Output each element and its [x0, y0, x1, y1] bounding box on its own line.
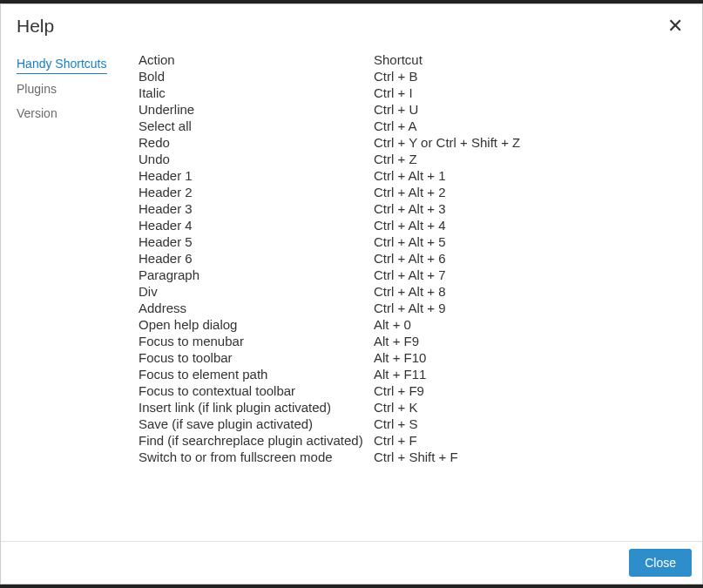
cell-shortcut: Ctrl + U [374, 101, 522, 118]
table-row: Find (if searchreplace plugin activated)… [139, 432, 522, 449]
cell-action: Select all [139, 118, 374, 134]
table-row: Header 5Ctrl + Alt + 5 [139, 233, 522, 250]
bottom-border [0, 585, 703, 588]
tab-handy-shortcuts[interactable]: Handy Shortcuts [17, 51, 107, 74]
dialog-body: Handy Shortcuts Plugins Version Action S… [1, 46, 702, 541]
table-row: Focus to element pathAlt + F11 [139, 366, 522, 382]
shortcuts-table: Action Shortcut BoldCtrl + BItalicCtrl +… [139, 51, 522, 465]
table-row: Header 6Ctrl + Alt + 6 [139, 250, 522, 267]
cell-action: Header 1 [139, 167, 374, 184]
cell-action: Bold [139, 68, 374, 84]
cell-shortcut: Alt + F9 [374, 333, 522, 349]
cell-shortcut: Ctrl + Z [374, 151, 522, 167]
close-button[interactable]: Close [629, 549, 692, 577]
cell-shortcut: Ctrl + Y or Ctrl + Shift + Z [374, 134, 522, 151]
cell-action: Insert link (if link plugin activated) [139, 399, 374, 416]
cell-shortcut: Ctrl + Alt + 6 [374, 250, 522, 267]
table-row: Save (if save plugin activated)Ctrl + S [139, 416, 522, 432]
cell-action: Switch to or from fullscreen mode [139, 449, 374, 465]
table-row: Focus to menubarAlt + F9 [139, 333, 522, 349]
table-row: Header 2Ctrl + Alt + 2 [139, 184, 522, 200]
cell-action: Save (if save plugin activated) [139, 416, 374, 432]
cell-shortcut: Ctrl + Shift + F [374, 449, 522, 465]
tab-version[interactable]: Version [17, 101, 57, 125]
tab-plugins[interactable]: Plugins [17, 77, 57, 101]
table-row: Switch to or from fullscreen modeCtrl + … [139, 449, 522, 465]
table-row: Open help dialogAlt + 0 [139, 316, 522, 333]
cell-action: Address [139, 300, 374, 316]
cell-shortcut: Ctrl + Alt + 8 [374, 283, 522, 300]
cell-action: Underline [139, 101, 374, 118]
table-row: Focus to contextual toolbarCtrl + F9 [139, 382, 522, 399]
cell-shortcut: Ctrl + Alt + 2 [374, 184, 522, 200]
table-row: Header 4Ctrl + Alt + 4 [139, 217, 522, 233]
cell-action: Focus to contextual toolbar [139, 382, 374, 399]
cell-action: Paragraph [139, 267, 374, 283]
cell-shortcut: Ctrl + F9 [374, 382, 522, 399]
dialog-footer: Close [1, 541, 702, 584]
cell-shortcut: Alt + F11 [374, 366, 522, 382]
cell-action: Header 3 [139, 200, 374, 217]
cell-action: Open help dialog [139, 316, 374, 333]
cell-action: Undo [139, 151, 374, 167]
cell-action: Header 6 [139, 250, 374, 267]
cell-shortcut: Ctrl + Alt + 9 [374, 300, 522, 316]
header-action: Action [139, 51, 374, 68]
cell-action: Focus to element path [139, 366, 374, 382]
close-icon[interactable]: ✕ [664, 15, 686, 37]
cell-shortcut: Ctrl + I [374, 84, 522, 101]
table-row: ItalicCtrl + I [139, 84, 522, 101]
cell-shortcut: Ctrl + B [374, 68, 522, 84]
cell-action: Div [139, 283, 374, 300]
cell-action: Header 5 [139, 233, 374, 250]
table-row: Header 1Ctrl + Alt + 1 [139, 167, 522, 184]
dialog-header: Help ✕ [1, 4, 702, 46]
cell-shortcut: Ctrl + S [374, 416, 522, 432]
help-dialog: Help ✕ Handy Shortcuts Plugins Version A… [0, 3, 703, 585]
cell-action: Header 2 [139, 184, 374, 200]
cell-shortcut: Ctrl + K [374, 399, 522, 416]
table-row: RedoCtrl + Y or Ctrl + Shift + Z [139, 134, 522, 151]
cell-shortcut: Ctrl + Alt + 7 [374, 267, 522, 283]
cell-action: Focus to menubar [139, 333, 374, 349]
table-row: UnderlineCtrl + U [139, 101, 522, 118]
cell-action: Find (if searchreplace plugin activated) [139, 432, 374, 449]
cell-shortcut: Alt + F10 [374, 349, 522, 366]
cell-shortcut: Ctrl + Alt + 5 [374, 233, 522, 250]
table-row: ParagraphCtrl + Alt + 7 [139, 267, 522, 283]
table-row: DivCtrl + Alt + 8 [139, 283, 522, 300]
cell-shortcut: Ctrl + A [374, 118, 522, 134]
cell-shortcut: Ctrl + Alt + 3 [374, 200, 522, 217]
cell-shortcut: Ctrl + Alt + 1 [374, 167, 522, 184]
dialog-title: Help [17, 16, 54, 37]
cell-shortcut: Ctrl + F [374, 432, 522, 449]
table-row: Select allCtrl + A [139, 118, 522, 134]
table-row: Header 3Ctrl + Alt + 3 [139, 200, 522, 217]
cell-shortcut: Alt + 0 [374, 316, 522, 333]
cell-action: Header 4 [139, 217, 374, 233]
table-row: UndoCtrl + Z [139, 151, 522, 167]
table-row: AddressCtrl + Alt + 9 [139, 300, 522, 316]
table-row: BoldCtrl + B [139, 68, 522, 84]
cell-action: Italic [139, 84, 374, 101]
table-row: Insert link (if link plugin activated)Ct… [139, 399, 522, 416]
sidebar: Handy Shortcuts Plugins Version [17, 51, 139, 541]
header-shortcut: Shortcut [374, 51, 522, 68]
cell-action: Redo [139, 134, 374, 151]
table-row: Focus to toolbarAlt + F10 [139, 349, 522, 366]
tab-content: Action Shortcut BoldCtrl + BItalicCtrl +… [139, 51, 686, 541]
cell-action: Focus to toolbar [139, 349, 374, 366]
cell-shortcut: Ctrl + Alt + 4 [374, 217, 522, 233]
table-header-row: Action Shortcut [139, 51, 522, 68]
